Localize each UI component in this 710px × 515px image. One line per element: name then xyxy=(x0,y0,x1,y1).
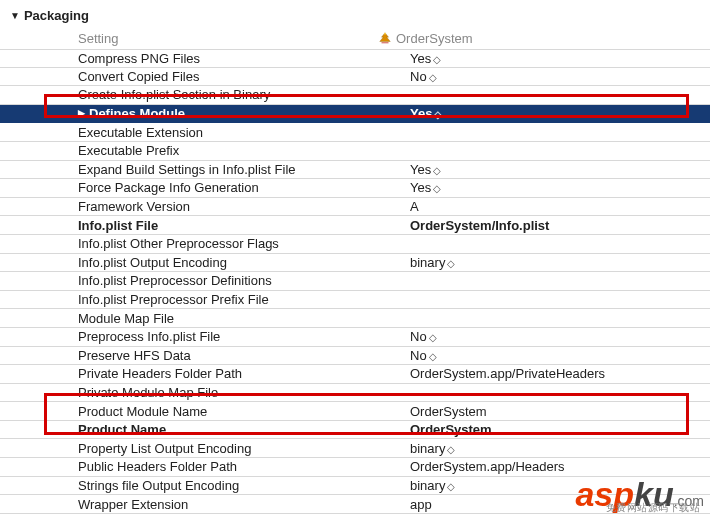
setting-label: Info.plist File xyxy=(78,218,378,233)
table-row[interactable]: Preserve HFS DataNo◇ xyxy=(0,347,710,366)
setting-label: Product Name xyxy=(78,422,378,437)
section-header[interactable]: ▼ Packaging xyxy=(0,0,710,27)
setting-value[interactable]: Yes◇ xyxy=(378,162,710,177)
table-row[interactable]: Preprocess Info.plist FileNo◇ xyxy=(0,328,710,347)
setting-label: Strings file Output Encoding xyxy=(78,478,378,493)
setting-label: Private Module Map File xyxy=(78,385,378,400)
stepper-icon[interactable]: ◇ xyxy=(447,258,455,269)
setting-label: Force Package Info Generation xyxy=(78,180,378,195)
setting-value[interactable]: No◇ xyxy=(378,348,710,363)
svg-point-0 xyxy=(384,33,386,35)
setting-label: Preserve HFS Data xyxy=(78,348,378,363)
stepper-icon[interactable]: ◇ xyxy=(429,72,437,83)
table-row[interactable]: Private Headers Folder PathOrderSystem.a… xyxy=(0,365,710,384)
setting-value[interactable]: Yes◇ xyxy=(378,51,710,66)
setting-value[interactable]: OrderSystem.app/Headers xyxy=(378,459,710,474)
disclosure-triangle-icon: ▼ xyxy=(10,10,20,21)
setting-value[interactable]: No◇ xyxy=(378,69,710,84)
setting-label: Private Headers Folder Path xyxy=(78,366,378,381)
setting-label: Info.plist Preprocessor Definitions xyxy=(78,273,378,288)
stepper-icon[interactable]: ◇ xyxy=(434,109,442,120)
setting-value[interactable]: Yes◇ xyxy=(378,180,710,195)
setting-label: Framework Version xyxy=(78,199,378,214)
setting-value[interactable]: binary◇ xyxy=(378,255,710,270)
table-row[interactable]: Info.plist Preprocessor Prefix File xyxy=(0,291,710,310)
table-row[interactable]: Executable Extension xyxy=(0,123,710,142)
setting-label: Preprocess Info.plist File xyxy=(78,329,378,344)
stepper-icon[interactable]: ◇ xyxy=(429,351,437,362)
setting-value[interactable]: binary◇ xyxy=(378,441,710,456)
columns-header: Setting OrderSystem xyxy=(0,27,710,49)
settings-table: Compress PNG FilesYes◇Convert Copied Fil… xyxy=(0,49,710,514)
setting-label: Create Info.plist Section in Binary xyxy=(78,87,378,102)
table-row[interactable]: Info.plist Other Preprocessor Flags xyxy=(0,235,710,254)
table-row[interactable]: Product Module NameOrderSystem xyxy=(0,402,710,421)
setting-label: ▶Defines Module xyxy=(78,106,378,121)
setting-value[interactable]: A xyxy=(378,199,710,214)
column-target-label: OrderSystem xyxy=(396,31,473,46)
setting-label: Convert Copied Files xyxy=(78,69,378,84)
setting-label: Property List Output Encoding xyxy=(78,441,378,456)
table-row[interactable]: Executable Prefix xyxy=(0,142,710,161)
table-row[interactable]: Property List Output Encodingbinary◇ xyxy=(0,439,710,458)
setting-label: Info.plist Other Preprocessor Flags xyxy=(78,236,378,251)
table-row[interactable]: Private Module Map File xyxy=(0,384,710,403)
table-row[interactable]: Product NameOrderSystem xyxy=(0,421,710,440)
setting-value[interactable]: OrderSystem.app/PrivateHeaders xyxy=(378,366,710,381)
setting-value[interactable]: OrderSystem xyxy=(378,422,710,437)
setting-label: Product Module Name xyxy=(78,404,378,419)
setting-value[interactable]: No◇ xyxy=(378,329,710,344)
setting-label: Info.plist Preprocessor Prefix File xyxy=(78,292,378,307)
table-row[interactable]: ▶Defines ModuleYes◇ xyxy=(0,105,710,124)
setting-label: Executable Prefix xyxy=(78,143,378,158)
stepper-icon[interactable]: ◇ xyxy=(447,444,455,455)
table-row[interactable]: Module Map File xyxy=(0,309,710,328)
table-row[interactable]: Create Info.plist Section in Binary xyxy=(0,86,710,105)
table-row[interactable]: Info.plist FileOrderSystem/Info.plist xyxy=(0,216,710,235)
table-row[interactable]: Force Package Info GenerationYes◇ xyxy=(0,179,710,198)
table-row[interactable]: Convert Copied FilesNo◇ xyxy=(0,68,710,87)
setting-label: Public Headers Folder Path xyxy=(78,459,378,474)
setting-label: Compress PNG Files xyxy=(78,51,378,66)
setting-label: Wrapper Extension xyxy=(78,497,378,512)
setting-value[interactable]: OrderSystem xyxy=(378,404,710,419)
stepper-icon[interactable]: ◇ xyxy=(433,54,441,65)
stepper-icon[interactable]: ◇ xyxy=(433,183,441,194)
table-row[interactable]: Public Headers Folder PathOrderSystem.ap… xyxy=(0,458,710,477)
stepper-icon[interactable]: ◇ xyxy=(429,332,437,343)
app-icon xyxy=(378,31,392,45)
disclosure-triangle-right-icon: ▶ xyxy=(78,109,85,118)
table-row[interactable]: Compress PNG FilesYes◇ xyxy=(0,49,710,68)
section-title: Packaging xyxy=(24,8,89,23)
table-row[interactable]: Framework VersionA xyxy=(0,198,710,217)
column-target-header[interactable]: OrderSystem xyxy=(378,31,473,46)
setting-value[interactable]: Yes◇ xyxy=(378,106,710,121)
stepper-icon[interactable]: ◇ xyxy=(433,165,441,176)
setting-label: Info.plist Output Encoding xyxy=(78,255,378,270)
table-row[interactable]: Expand Build Settings in Info.plist File… xyxy=(0,161,710,180)
setting-value[interactable]: OrderSystem/Info.plist xyxy=(378,218,710,233)
stepper-icon[interactable]: ◇ xyxy=(447,481,455,492)
watermark-subtitle: 免费网站源码下载站 xyxy=(606,501,701,515)
table-row[interactable]: Info.plist Output Encodingbinary◇ xyxy=(0,254,710,273)
table-row[interactable]: Info.plist Preprocessor Definitions xyxy=(0,272,710,291)
setting-label: Executable Extension xyxy=(78,125,378,140)
setting-label: Expand Build Settings in Info.plist File xyxy=(78,162,378,177)
column-setting-header[interactable]: Setting xyxy=(78,31,378,46)
setting-label: Module Map File xyxy=(78,311,378,326)
